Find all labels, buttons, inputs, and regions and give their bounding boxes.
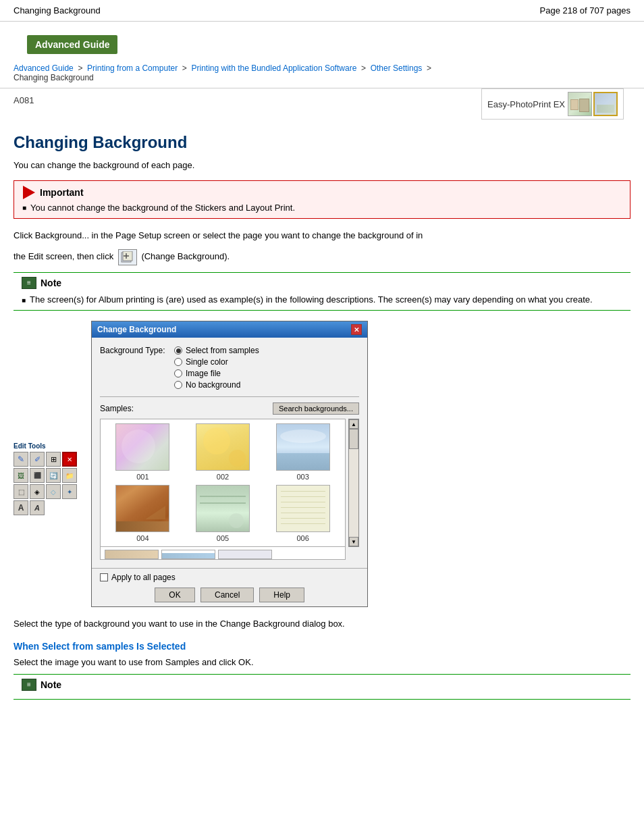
page-header: Changing Background Page 218 of 707 page… — [0, 0, 644, 22]
partial-row — [100, 547, 346, 560]
sample-thumb-006[interactable] — [276, 485, 330, 532]
important-header: Important — [22, 186, 622, 199]
sample-label-006: 006 — [296, 534, 308, 542]
radio-image-file[interactable]: Image file — [174, 369, 259, 378]
body-text-2: the Edit screen, then click (Change Back… — [14, 249, 630, 265]
tool-btn-3[interactable]: ⊞ — [46, 452, 61, 467]
checkbox-apply-all[interactable] — [100, 573, 108, 581]
tool-btn-14[interactable]: A — [30, 500, 45, 515]
section-text: Select the image you want to use from Sa… — [14, 657, 630, 667]
dialog-buttons: OK Cancel Help — [100, 588, 359, 602]
radio-circle-4[interactable] — [174, 381, 182, 389]
bottom-para-1: Select the type of background you want t… — [14, 617, 630, 631]
sample-item-002[interactable]: 002 — [185, 423, 261, 481]
dialog-footer: Apply to all pages OK Cancel Help — [92, 568, 367, 606]
tool-row-4: A A — [14, 500, 81, 515]
tool-btn-2[interactable]: ✐ — [30, 452, 45, 467]
breadcrumb-bundled-app[interactable]: Printing with the Bundled Application So… — [191, 63, 356, 73]
note-icon-1: ≡ — [22, 277, 36, 289]
radio-label-3: Image file — [186, 369, 221, 378]
sample-thumb-001[interactable] — [115, 423, 169, 471]
tool-btn-4-red[interactable]: ✕ — [62, 452, 77, 467]
change-background-dialog: Change Background ✕ Background Type: Sel… — [91, 321, 368, 607]
apply-checkbox[interactable]: Apply to all pages — [100, 573, 359, 582]
intro-text: You can change the background of each pa… — [14, 160, 630, 170]
section-heading: When Select from samples Is Selected — [14, 641, 630, 652]
sample-thumb-003[interactable] — [276, 423, 330, 471]
search-backgrounds-button[interactable]: Search backgrounds... — [273, 402, 359, 415]
partial-thumb-1 — [105, 550, 159, 559]
page-title-header: Changing Background — [14, 5, 101, 16]
breadcrumb: Advanced Guide > Printing from a Compute… — [0, 61, 644, 88]
scrollbar-down[interactable]: ▼ — [349, 537, 358, 546]
sample-label-005: 005 — [217, 534, 229, 542]
ok-button[interactable]: OK — [155, 588, 195, 602]
radio-circle-3[interactable] — [174, 369, 182, 377]
sample-thumb-004[interactable] — [115, 485, 169, 532]
dialog-title: Change Background — [97, 325, 176, 334]
tool-btn-5[interactable]: 🖼 — [14, 468, 28, 483]
tool-btn-8[interactable]: 📁 — [62, 468, 77, 483]
note-label-2: Note — [41, 679, 61, 690]
scrollbar-up[interactable]: ▲ — [349, 419, 358, 429]
important-box: Important You cannot change the backgrou… — [14, 180, 630, 219]
sample-thumb-005[interactable] — [196, 485, 250, 532]
breadcrumb-other-settings[interactable]: Other Settings — [371, 63, 423, 73]
radio-select-samples[interactable]: Select from samples — [174, 346, 259, 355]
tool-btn-6[interactable]: ⬛ — [30, 468, 45, 483]
radio-single-color[interactable]: Single color — [174, 357, 259, 367]
radio-group: Select from samples Single color Image f… — [174, 346, 259, 390]
tool-row-1: ✎ ✐ ⊞ ✕ — [14, 452, 81, 467]
cancel-button[interactable]: Cancel — [200, 588, 254, 602]
radio-circle-1[interactable] — [174, 346, 182, 355]
sample-label-004: 004 — [136, 534, 149, 542]
change-bg-svg — [121, 251, 134, 263]
tool-btn-1[interactable]: ✎ — [14, 452, 28, 467]
radio-label-4: No background — [186, 380, 240, 390]
tool-btn-7[interactable]: 🔄 — [46, 468, 61, 483]
breadcrumb-advanced-guide[interactable]: Advanced Guide — [14, 63, 74, 73]
scrollbar-thumb[interactable] — [349, 429, 358, 449]
breadcrumb-current: Changing Background — [14, 73, 94, 82]
radio-no-background[interactable]: No background — [174, 380, 259, 390]
tool-btn-9[interactable]: ⬚ — [14, 484, 28, 499]
note-icon-2: ≡ — [22, 679, 36, 691]
dialog-titlebar: Change Background ✕ — [92, 321, 367, 338]
sample-item-001[interactable]: 001 — [105, 423, 181, 481]
note-header-2: ≡ Note — [22, 679, 622, 691]
bg-type-row: Background Type: Select from samples Sin… — [100, 346, 359, 390]
breadcrumb-printing-from[interactable]: Printing from a Computer — [87, 63, 178, 73]
radio-circle-2[interactable] — [174, 358, 182, 366]
tool-btn-11[interactable]: ◇ — [46, 484, 61, 499]
dialog-close-button[interactable]: ✕ — [351, 324, 362, 335]
tool-btn-12[interactable]: ✦ — [62, 484, 77, 499]
radio-label-2: Single color — [186, 357, 228, 367]
samples-grid: 001 002 — [100, 419, 346, 547]
sample-thumb-002[interactable] — [196, 423, 250, 471]
samples-grid-wrapper: 001 002 — [100, 419, 359, 547]
tool-btn-13[interactable]: A — [14, 500, 28, 515]
scrollbar-track — [349, 429, 358, 537]
tool-row-2: 🖼 ⬛ 🔄 📁 — [14, 468, 81, 483]
help-button[interactable]: Help — [259, 588, 304, 602]
edit-tools-label: Edit Tools — [14, 442, 81, 450]
sample-item-006[interactable]: 006 — [265, 485, 341, 542]
note-box-2: ≡ Note — [14, 674, 630, 700]
sample-item-004[interactable]: 004 — [105, 485, 181, 542]
tool-btn-10[interactable]: ◈ — [30, 484, 45, 499]
samples-row: Samples: Search backgrounds... — [100, 402, 359, 415]
pagination: Page 218 of 707 pages — [540, 5, 630, 16]
product-label: Easy-PhotoPrint EX — [487, 99, 565, 109]
radio-label-1: Select from samples — [186, 346, 259, 355]
sample-item-005[interactable]: 005 — [185, 485, 261, 542]
important-item: You cannot change the background of the … — [22, 203, 622, 213]
sample-item-003[interactable]: 003 — [265, 423, 341, 481]
note-box-1: ≡ Note The screen(s) for Album printing … — [14, 272, 630, 311]
note-header-1: ≡ Note — [22, 277, 622, 289]
samples-label: Samples: — [100, 404, 134, 413]
page-id: A081 — [14, 95, 34, 105]
partial-thumb-2 — [161, 550, 215, 559]
product-badge: Easy-PhotoPrint EX — [481, 88, 624, 120]
partial-thumb-3 — [218, 550, 272, 559]
scrollbar[interactable]: ▲ ▼ — [348, 419, 359, 547]
